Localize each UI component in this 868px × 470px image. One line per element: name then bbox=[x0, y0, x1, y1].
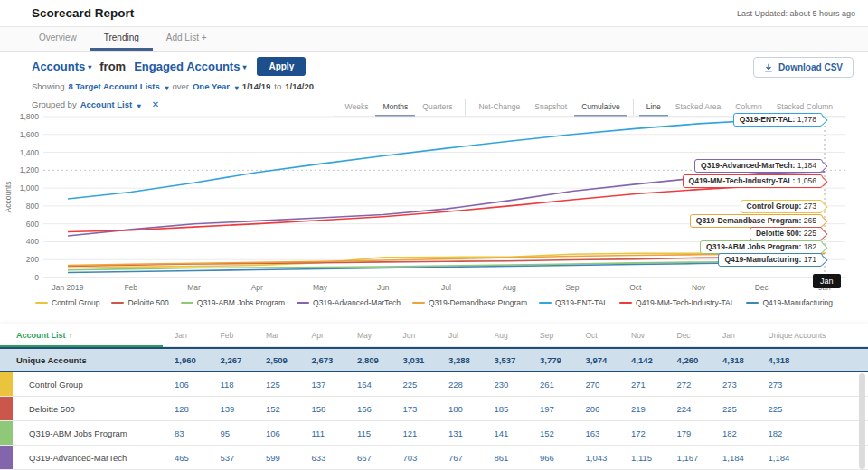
table-row-control-group: Control Group106118125137164225228230261… bbox=[0, 372, 868, 397]
summary-cell: 4,142 bbox=[619, 349, 665, 371]
row-label: Q319-Advanced-MarTech bbox=[13, 446, 163, 469]
legend-item-q319-ent-tal[interactable]: Q319-ENT-TAL bbox=[539, 298, 608, 307]
legend-item-control-group[interactable]: Control Group bbox=[35, 298, 99, 307]
data-table: Account List↑JanFebMarAprMayJunJulAugSep… bbox=[0, 324, 868, 470]
column-header-feb[interactable]: Feb bbox=[209, 324, 255, 347]
column-header-may[interactable]: May bbox=[345, 324, 392, 347]
table-cell: 106 bbox=[254, 421, 300, 445]
table-header-row: Account List↑JanFebMarAprMayJunJulAugSep… bbox=[0, 324, 868, 347]
column-header-mar[interactable]: Mar bbox=[254, 324, 300, 347]
column-header-jan[interactable]: Jan bbox=[711, 324, 757, 347]
table-cell: 1,184 bbox=[711, 446, 757, 469]
summary-cell: 4,260 bbox=[665, 349, 712, 371]
x-tick-label: Sep bbox=[565, 283, 579, 292]
legend-item-q419-manufacturing[interactable]: Q419-Manufacturing bbox=[746, 298, 833, 307]
y-tick-label: 1,200 bbox=[20, 165, 40, 174]
table-cell: 272 bbox=[665, 372, 712, 396]
table-cell: 703 bbox=[392, 446, 438, 469]
y-tick-label: 1,800 bbox=[20, 112, 40, 121]
table-cell: 206 bbox=[574, 397, 620, 420]
legend-swatch bbox=[111, 302, 124, 305]
source-dropdown[interactable]: Engaged Accounts ▾ bbox=[134, 60, 246, 73]
entity-dropdown[interactable]: Accounts ▾ bbox=[32, 60, 91, 73]
summary-cell: 3,779 bbox=[528, 349, 574, 371]
table-scrollbar[interactable] bbox=[859, 373, 865, 469]
chart-legend: Control GroupDeloitte 500Q319-ABM Jobs P… bbox=[0, 298, 868, 307]
column-header-unique-accounts[interactable]: Unique Accounts bbox=[757, 324, 868, 347]
line-chart-canvas: 02004006008001,0001,2001,4001,6001,800Ja… bbox=[0, 108, 868, 298]
summary-cell: 3,288 bbox=[437, 349, 483, 371]
tab-trending[interactable]: Trending bbox=[90, 27, 153, 51]
column-header-dec[interactable]: Dec bbox=[665, 324, 712, 347]
table-cell: 228 bbox=[437, 372, 483, 396]
table-cell: 261 bbox=[528, 372, 574, 396]
column-header-oct[interactable]: Oct bbox=[574, 324, 620, 347]
column-header-apr[interactable]: Apr bbox=[300, 324, 346, 347]
row-label: Control Group bbox=[13, 372, 163, 396]
legend-item-q419-mm-tech-industry-tal[interactable]: Q419-MM-Tech-Industry-TAL bbox=[619, 298, 734, 307]
legend-label: Q319-Advanced-MarTech bbox=[313, 298, 401, 307]
table-cell: 225 bbox=[392, 372, 438, 396]
table-cell: 1,184 bbox=[757, 446, 868, 469]
download-icon bbox=[764, 63, 773, 72]
nav-tabs: OverviewTrendingAdd List + bbox=[0, 27, 868, 52]
target-lists-label: 8 Target Account Lists bbox=[68, 81, 159, 91]
row-color-swatch bbox=[0, 372, 13, 396]
column-header-jun[interactable]: Jun bbox=[392, 324, 438, 347]
apply-button[interactable]: Apply bbox=[257, 57, 306, 76]
table-cell: 128 bbox=[163, 397, 209, 420]
legend-item-q319-abm-jobs-program[interactable]: Q319-ABM Jobs Program bbox=[181, 298, 285, 307]
showing-label: Showing bbox=[32, 81, 64, 91]
from-label: from bbox=[99, 60, 126, 73]
tab-overview[interactable]: Overview bbox=[25, 27, 90, 51]
column-header-nov[interactable]: Nov bbox=[619, 324, 665, 347]
table-cell: 966 bbox=[528, 446, 574, 469]
legend-label: Q319-ENT-TAL bbox=[555, 298, 608, 307]
y-tick-label: 1,000 bbox=[20, 183, 40, 193]
summary-cell: 1,960 bbox=[163, 349, 209, 371]
y-tick-label: 0 bbox=[34, 273, 39, 282]
table-cell: 197 bbox=[528, 397, 574, 420]
tab-add-list[interactable]: Add List + bbox=[153, 27, 221, 51]
sort-ascending-icon: ↑ bbox=[69, 331, 73, 340]
summary-cell: 2,809 bbox=[345, 349, 392, 371]
over-label: over bbox=[172, 81, 188, 91]
table-cell: 230 bbox=[483, 372, 529, 396]
table-cell: 224 bbox=[665, 397, 712, 420]
column-header-sep[interactable]: Sep bbox=[528, 324, 574, 347]
table-cell: 115 bbox=[345, 421, 392, 445]
table-cell: 465 bbox=[163, 446, 209, 469]
summary-cell: 2,673 bbox=[300, 349, 346, 371]
y-tick-label: 1,600 bbox=[20, 130, 40, 139]
legend-item-q319-demandbase-program[interactable]: Q319-Demandbase Program bbox=[412, 298, 527, 307]
table-cell: 158 bbox=[300, 397, 346, 420]
chevron-down-icon: ▾ bbox=[235, 84, 239, 92]
legend-swatch bbox=[746, 302, 759, 305]
column-header-aug[interactable]: Aug bbox=[483, 324, 529, 347]
table-cell: 139 bbox=[209, 397, 255, 420]
row-label: Deloitte 500 bbox=[13, 397, 163, 420]
table-cell: 273 bbox=[757, 372, 868, 396]
chevron-down-icon: ▾ bbox=[242, 63, 246, 71]
download-csv-button[interactable]: Download CSV bbox=[753, 57, 854, 78]
table-cell: 179 bbox=[665, 421, 712, 445]
legend-swatch bbox=[619, 302, 632, 305]
legend-item-deloitte-500[interactable]: Deloitte 500 bbox=[111, 298, 168, 307]
summary-cell: 3,537 bbox=[483, 349, 529, 371]
table-cell: 106 bbox=[163, 372, 209, 396]
table-cell: 83 bbox=[163, 421, 209, 445]
target-lists-dropdown[interactable]: 8 Target Account Lists ▾ bbox=[68, 81, 168, 91]
date-start: 1/14/19 bbox=[242, 81, 271, 91]
time-range-dropdown[interactable]: One Year ▾ bbox=[193, 81, 239, 91]
table-cell: 767 bbox=[437, 446, 483, 469]
column-header-jan[interactable]: Jan bbox=[163, 324, 209, 347]
legend-swatch bbox=[35, 302, 48, 305]
column-header-jul[interactable]: Jul bbox=[437, 324, 483, 347]
legend-label: Q419-Manufacturing bbox=[762, 298, 833, 307]
legend-item-q319-advanced-martech[interactable]: Q319-Advanced-MarTech bbox=[297, 298, 401, 307]
legend-swatch bbox=[181, 302, 193, 305]
table-row-q319-advanced-martech: Q319-Advanced-MarTech4655375996336677037… bbox=[0, 446, 868, 470]
column-header-account-list[interactable]: Account List↑ bbox=[0, 324, 163, 347]
download-csv-label: Download CSV bbox=[778, 62, 843, 72]
chart-line-q319-advanced-martech bbox=[68, 172, 825, 236]
